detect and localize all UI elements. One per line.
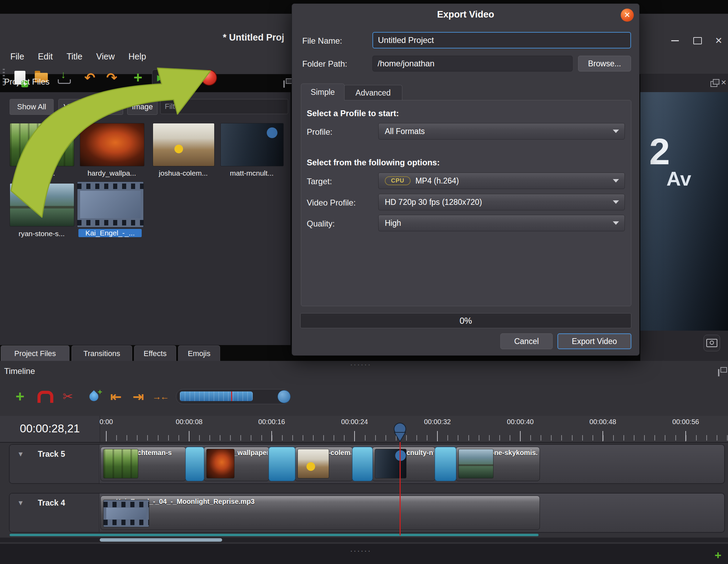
panel-splitter-handle[interactable]: ······: [350, 360, 371, 369]
choose-profile-button[interactable]: [174, 68, 192, 87]
file-label-selected: Kai_Engel_-_...: [78, 229, 142, 237]
clip-label: Kai_Engel_-_04_-_Moonlight_Reprise.mp3: [116, 498, 538, 506]
tab-emojis[interactable]: Emojis: [178, 345, 220, 362]
maximize-icon: [693, 37, 702, 44]
zoom-range[interactable]: [180, 391, 253, 401]
redo-button[interactable]: ↷: [103, 68, 121, 87]
dialog-close-button[interactable]: ✕: [621, 9, 634, 22]
timeline-clip-brad[interactable]: ▾ brad-huchteman-s: [100, 447, 186, 481]
timeline-clip-ryan[interactable]: ▾ ryan-stone-skykomis...: [456, 447, 540, 481]
menu-help[interactable]: Help: [121, 49, 153, 64]
minimize-button[interactable]: [667, 34, 683, 47]
browse-button[interactable]: Browse...: [578, 56, 631, 71]
transition[interactable]: [352, 447, 373, 481]
tab-effects[interactable]: Effects: [134, 345, 176, 362]
timeline-zoom-slider[interactable]: [176, 389, 290, 404]
hscrollbar-thumb[interactable]: [100, 538, 222, 542]
dialog-title: Export Video: [292, 9, 639, 20]
file-thumbnail-joshua[interactable]: [153, 123, 215, 166]
file-thumbnail-matt[interactable]: [220, 123, 284, 166]
add-track-button[interactable]: +: [11, 387, 29, 406]
export-video-dialog: Export Video ✕ File Name: Folder Path: B…: [292, 3, 640, 356]
track-chevron-icon[interactable]: ▼: [17, 450, 24, 458]
next-marker-button[interactable]: ⇥: [129, 387, 147, 406]
chevron-down-icon: [613, 179, 619, 183]
close-preview-icon[interactable]: ✕: [721, 78, 727, 87]
file-thumbnail-ryan[interactable]: [10, 183, 74, 226]
track-name: Track 4: [38, 498, 65, 508]
profile-dropdown[interactable]: All Formats: [378, 123, 625, 140]
timeline-clip-matt[interactable]: ▾ matt-mcnulty-nyc-: [372, 447, 435, 481]
video-profile-label: Video Profile:: [307, 198, 356, 208]
add-marker-button[interactable]: +: [85, 387, 103, 406]
filter-image-button[interactable]: Image: [127, 99, 157, 115]
file-thumbnail-brad[interactable]: [10, 123, 74, 166]
zoom-handle[interactable]: [278, 390, 291, 403]
subway-sign-2: 2: [649, 130, 670, 173]
maximize-button[interactable]: [690, 34, 705, 47]
playhead-marker[interactable]: [392, 422, 408, 443]
video-profile-dropdown[interactable]: HD 720p 30 fps (1280x720): [378, 194, 625, 210]
track-header[interactable]: ▼ Track 5: [10, 445, 99, 483]
timeline-clip-hardy[interactable]: ▾ hardy_wallpaper_: [204, 447, 269, 481]
tab-transitions[interactable]: Transitions: [72, 345, 132, 362]
timeline-clip-kai-audio[interactable]: ▾ Kai_Engel_-_04_-_Moonlight_Reprise.mp3: [100, 496, 540, 530]
save-project-button[interactable]: ↓: [54, 68, 72, 87]
tab-simple[interactable]: Simple: [301, 84, 345, 100]
track-chevron-icon[interactable]: ▼: [17, 499, 24, 507]
transition[interactable]: [185, 447, 204, 481]
track-row-4: ▼ Track 4 ▾ Kai_Engel_-_04_-_Moonlight_R…: [9, 493, 725, 533]
chevron-down-icon: [613, 130, 619, 133]
folder-path-input[interactable]: [372, 56, 573, 71]
file-name-input[interactable]: [372, 32, 631, 48]
chevron-down-icon: [613, 200, 619, 204]
transition[interactable]: [269, 447, 295, 481]
file-thumbnail-kai-engel[interactable]: [77, 181, 144, 228]
playhead-line[interactable]: [400, 442, 401, 535]
undock-preview-icon[interactable]: [710, 81, 717, 87]
ruler-label: 00:00:16: [253, 418, 291, 426]
bottom-strip: ······ +: [0, 544, 728, 564]
menu-file[interactable]: File: [3, 49, 31, 64]
file-label: joshua-colem...: [151, 169, 215, 177]
tab-advanced[interactable]: Advanced: [344, 85, 402, 100]
cancel-button[interactable]: Cancel: [500, 333, 553, 349]
snapshot-button[interactable]: [704, 335, 720, 351]
file-thumbnail-hardy[interactable]: [80, 123, 144, 166]
profile-icon: [175, 71, 191, 84]
save-icon: ↓: [61, 69, 66, 80]
timeline-ruler[interactable]: 00:00:28,21 0:00 00:00:08 00:00:16 00:00…: [0, 416, 728, 443]
close-button[interactable]: ✕: [711, 34, 726, 47]
export-video-button[interactable]: [200, 68, 218, 87]
undock-timeline-icon[interactable]: [718, 370, 719, 376]
splitter-handle[interactable]: ······: [350, 546, 371, 555]
tab-project-files[interactable]: Project Files: [1, 345, 69, 362]
timeline-hscrollbar[interactable]: [0, 538, 728, 542]
menu-view[interactable]: View: [89, 49, 122, 64]
play-button[interactable]: ▶: [151, 68, 169, 87]
filter-video-button[interactable]: Video: [58, 99, 88, 115]
filter-show-all-button[interactable]: Show All: [10, 99, 54, 115]
timeline-clip-joshua[interactable]: ▾ joshua-coleman-sc: [295, 447, 353, 481]
snapping-button[interactable]: [36, 387, 54, 406]
zoom-playhead-mark: [231, 391, 232, 401]
ruler-label: 00:00:56: [667, 418, 705, 426]
transition[interactable]: [435, 447, 456, 481]
razor-button[interactable]: ✂: [59, 387, 77, 406]
target-dropdown[interactable]: CPU MP4 (h.264): [378, 173, 625, 189]
filter-audio-button[interactable]: Audio: [93, 99, 123, 115]
import-files-button[interactable]: +: [129, 68, 147, 87]
export-video-confirm-button[interactable]: Export Video: [557, 333, 631, 349]
magnet-icon: [37, 391, 53, 403]
filter-input[interactable]: [160, 99, 288, 114]
add-icon-bottom[interactable]: +: [715, 549, 721, 562]
simple-tab-panel: Select a Profile to start: Profile: All …: [301, 100, 631, 306]
undock-panel-icon[interactable]: [283, 81, 285, 87]
track-header[interactable]: ▼ Track 4: [10, 494, 99, 532]
menu-title[interactable]: Title: [59, 49, 89, 64]
quality-dropdown[interactable]: High: [378, 215, 625, 231]
center-playhead-button[interactable]: →←: [151, 387, 169, 406]
undo-button[interactable]: ↶: [81, 68, 99, 87]
menu-edit[interactable]: Edit: [31, 49, 59, 64]
previous-marker-button[interactable]: ⇤: [107, 387, 125, 406]
